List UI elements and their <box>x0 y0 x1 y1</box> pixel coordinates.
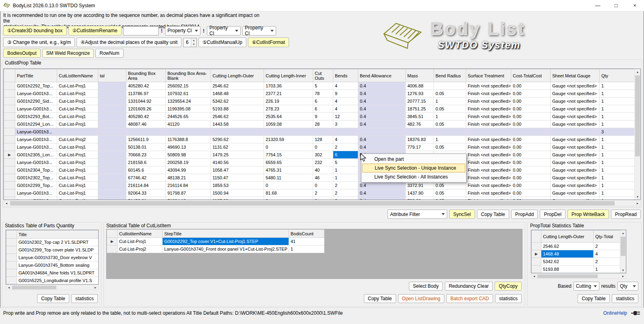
grid-cell[interactable]: 1331044.92 <box>126 98 166 105</box>
grid-cell[interactable]: Cut-List-Proj1 <box>57 113 98 120</box>
grid-cell[interactable]: 0.05 <box>434 197 466 200</box>
grid-cell[interactable]: Lanyue-G001h3... <box>15 136 57 143</box>
grid-cell[interactable]: 0 <box>313 143 333 151</box>
row-selector[interactable] <box>532 258 541 266</box>
grid-cell[interactable]: 20777.15 <box>406 98 434 105</box>
grid-cell[interactable]: G001h2305_Lon... <box>15 151 57 159</box>
grid-cell[interactable]: 1 <box>600 151 636 159</box>
grid-cell[interactable]: 405280.42 <box>126 82 166 90</box>
grid-cell[interactable]: 0.00 <box>511 182 551 189</box>
propread-button[interactable]: PropRead <box>611 210 641 219</box>
grid-cell[interactable]: 67746.42 <box>126 174 166 182</box>
grid-cell[interactable] <box>98 105 126 113</box>
grid-cell[interactable]: 78 <box>313 90 333 98</box>
grid-cell[interactable]: 3372.91 <box>406 182 434 189</box>
grid-cell[interactable]: 18376.83 <box>406 136 434 143</box>
grid-cell[interactable]: 0 <box>313 182 333 189</box>
grid-cell[interactable]: 0.4 <box>358 90 406 98</box>
context-menu-item[interactable]: Live Sync Selection - Unique Instance <box>362 164 465 172</box>
grid-cell[interactable]: 1 <box>434 113 466 120</box>
grid-cell[interactable]: 1137.62 <box>211 197 264 200</box>
grid-cell[interactable]: Gauge <not specified> <box>551 136 600 143</box>
grid-cell[interactable]: 1 <box>434 136 466 143</box>
grid-cell[interactable]: 216114.84 <box>126 182 166 189</box>
main-vscrollbar[interactable]: ▲ ▼ <box>634 69 640 199</box>
grid-cell[interactable]: 0.00 <box>511 136 551 143</box>
grid-cell[interactable]: 0.00 <box>511 197 551 200</box>
grid-cell[interactable]: Lanyue-G001h3... <box>15 159 57 166</box>
row-selector[interactable] <box>4 197 15 200</box>
row-selector[interactable] <box>4 82 15 90</box>
grid-cell[interactable]: 0.00 <box>511 82 551 90</box>
proptotal-copy-table-button[interactable]: Copy Table <box>578 294 610 303</box>
column-header[interactable]: BodisCount <box>289 230 324 238</box>
proptotal-statistics-button[interactable]: statistics <box>612 294 638 303</box>
grid-cell[interactable]: Gauge <not specified> <box>551 82 600 90</box>
grid-cell[interactable]: 1 <box>600 113 636 120</box>
grid-cell[interactable]: 1 <box>600 136 636 143</box>
grid-cell[interactable]: Cut-List-Proj1 <box>57 98 98 105</box>
grid-cell[interactable]: 1443.58 <box>211 120 264 128</box>
propdel-button[interactable]: PropDel <box>540 210 565 219</box>
grid-cell[interactable]: 18751.25 <box>406 105 434 113</box>
column-header[interactable]: Bend Radius <box>434 69 466 82</box>
grid-cell[interactable]: Gauge <not specified> <box>551 98 600 105</box>
row-selector[interactable]: ▶ <box>532 250 541 258</box>
grid-cell[interactable]: Cut-List-Proj1 <box>57 151 98 159</box>
grid-cell[interactable] <box>57 128 98 136</box>
grid-cell[interactable]: 6 <box>333 151 358 159</box>
column-header[interactable]: Qty-Total <box>594 231 620 243</box>
column-header[interactable]: Bounding Box Area-Blank <box>166 69 211 82</box>
row-selector[interactable] <box>6 269 17 277</box>
row-selector[interactable] <box>4 128 15 136</box>
grid-cell[interactable]: 50138.01 <box>126 143 166 151</box>
grid-cell[interactable]: Finish <not specified> <box>466 98 511 105</box>
grid-cell[interactable]: 1703.36 <box>264 82 313 90</box>
grid-cell[interactable]: Cut-List-Proj1 <box>57 90 98 98</box>
grid-cell[interactable]: 2546.62 <box>211 113 264 120</box>
grid-cell[interactable]: 4 <box>333 98 358 105</box>
grid-cell[interactable]: G001h2290_Sid... <box>15 98 57 105</box>
cutlist-manualup-button[interactable]: ⑤CutlistManualUp <box>198 37 246 47</box>
row-selector[interactable] <box>4 90 15 98</box>
stepper-down-icon[interactable]: ▼ <box>191 42 196 47</box>
grid-cell[interactable]: 46 <box>313 174 333 182</box>
grid-cell[interactable]: 2 <box>333 189 358 197</box>
grid-cell[interactable]: 0.4 <box>358 197 406 200</box>
grid-cell[interactable]: 81.68 <box>264 189 313 197</box>
change-unit-button[interactable]: ③ Change the unit, e.g., kg/m <box>3 37 75 47</box>
grid-cell[interactable]: Cut-List-Proj1 <box>57 120 98 128</box>
grid-cell[interactable]: 1 <box>600 143 636 151</box>
grid-cell[interactable]: Gauge <not specified> <box>551 143 600 151</box>
column-header[interactable]: Qty <box>600 69 636 82</box>
grid-cell[interactable]: Finish <not specified> <box>466 113 511 120</box>
grid-cell[interactable]: 113786.97 <box>126 90 166 98</box>
grid-cell[interactable] <box>333 128 358 136</box>
grid-cell[interactable]: 2 <box>333 197 358 200</box>
grid-cell[interactable]: G001h2299_Top... <box>15 182 57 189</box>
grid-cell[interactable]: Lanyue-G001h3... <box>15 105 57 113</box>
scrollbar-thumb[interactable] <box>537 274 598 278</box>
grid-cell[interactable]: 0.4 <box>358 182 406 189</box>
grid-cell[interactable]: Gauge <not specified> <box>551 105 600 113</box>
grid-cell[interactable]: Cut-List-Proj2 <box>118 245 163 253</box>
grid-cell[interactable]: 0.4 <box>358 120 406 128</box>
scroll-right-icon[interactable]: ► <box>620 274 626 278</box>
results-combo[interactable]: Qty <box>617 282 638 291</box>
column-header[interactable]: CutlistitemName <box>118 230 163 238</box>
scrollbar-thumb[interactable] <box>10 201 615 206</box>
column-header[interactable]: CutListItemName <box>57 69 98 82</box>
grid-cell[interactable]: GA001h34684_Nine folds V1.SLDPRT <box>17 269 99 277</box>
grid-cell[interactable]: 3 <box>333 120 358 128</box>
row-selector[interactable]: ▶ <box>4 151 15 159</box>
column-header[interactable]: Bounding Box Area <box>126 69 166 82</box>
grid-cell[interactable]: 2535.64 <box>264 113 313 120</box>
grid-cell[interactable]: Finish <not specified> <box>466 82 511 90</box>
grid-cell[interactable]: 1 <box>594 266 620 273</box>
grid-cell[interactable]: Finish <not specified> <box>466 159 511 166</box>
scrollbar-thumb[interactable] <box>621 237 625 256</box>
grid-cell[interactable]: 0.00 <box>511 113 551 120</box>
grid-cell[interactable]: 1199395.08 <box>166 105 211 113</box>
grid-cell[interactable]: 0 <box>313 197 333 200</box>
grid-cell[interactable]: 2 <box>333 182 358 189</box>
